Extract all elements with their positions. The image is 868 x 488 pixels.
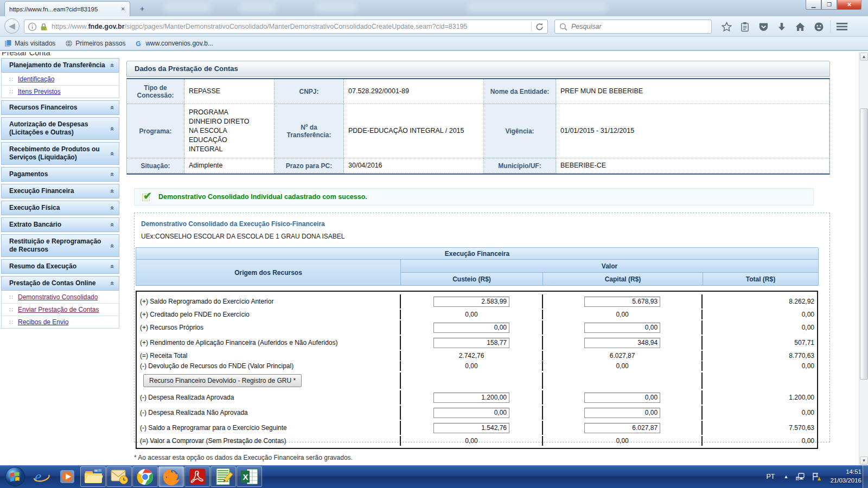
chrome-icon[interactable] bbox=[132, 466, 158, 487]
start-orb-icon[interactable] bbox=[2, 466, 28, 487]
custeio-input[interactable] bbox=[433, 408, 509, 418]
sidebar-link[interactable]: Identificação bbox=[18, 75, 54, 83]
custeio-input[interactable] bbox=[433, 423, 509, 433]
firefox-icon[interactable] bbox=[158, 466, 184, 487]
info-icon[interactable] bbox=[28, 22, 37, 31]
custeio-cell: 0,00 bbox=[400, 361, 542, 371]
toolbar-icons bbox=[717, 18, 851, 35]
sidebar-item[interactable]: ∷Itens Previstos bbox=[2, 86, 119, 98]
pocket-icon[interactable] bbox=[754, 19, 773, 34]
language-indicator[interactable]: PT bbox=[767, 473, 775, 480]
tab-close-icon[interactable]: ✕ bbox=[121, 6, 125, 12]
reload-icon[interactable] bbox=[535, 22, 544, 31]
sidebar-section-header[interactable]: Autorização de Despesas (Licitações e Ou… bbox=[1, 117, 119, 140]
gru-register-button[interactable]: Recurso Financeiro Devolvido - Registro … bbox=[143, 374, 302, 387]
capital-input[interactable] bbox=[584, 323, 660, 333]
notes-icon[interactable] bbox=[210, 466, 236, 487]
sidebar-section: Autorização de Despesas (Licitações e Ou… bbox=[1, 117, 119, 140]
bookmark-label: Mais visitados bbox=[15, 40, 55, 47]
media-player-icon[interactable] bbox=[54, 466, 80, 487]
capital-input[interactable] bbox=[584, 423, 660, 433]
restore-button[interactable]: ❐ bbox=[821, 0, 837, 10]
excel-icon[interactable]: X bbox=[237, 466, 262, 487]
sidebar-link[interactable]: Demonstrativo Consolidado bbox=[18, 293, 98, 301]
info-label: Vigência: bbox=[484, 104, 556, 158]
sidebar-section-header[interactable]: Execução Financeira« bbox=[1, 184, 119, 198]
star-icon[interactable] bbox=[717, 19, 736, 34]
custeio-input[interactable] bbox=[433, 338, 509, 348]
demonstrativo-title: Demonstrativo Consolidado da Execução Fí… bbox=[141, 220, 829, 228]
outlook-icon[interactable] bbox=[106, 466, 132, 487]
internet-explorer-icon[interactable]: e bbox=[28, 466, 54, 487]
tray-clock[interactable]: 14:51 21/03/2016 bbox=[830, 468, 861, 485]
sidebar-section-label: Prestação de Contas Online bbox=[9, 279, 95, 287]
download-icon[interactable] bbox=[773, 19, 791, 34]
action-center-flag-icon[interactable]: ! bbox=[812, 472, 821, 481]
sidebar-section-header[interactable]: Extrato Bancário« bbox=[1, 217, 119, 232]
sidebar-section-header[interactable]: Resumo da Execução« bbox=[1, 259, 119, 274]
sidebar-section-header[interactable]: Recursos Financeiros« bbox=[1, 100, 119, 115]
sidebar-section-label: Recursos Financeiros bbox=[9, 104, 77, 112]
sidebar-link[interactable]: Recibos de Envio bbox=[18, 318, 68, 326]
scroll-down-button[interactable]: ▼ bbox=[860, 457, 868, 465]
sidebar-section-header[interactable]: Restituição e Reprogramação de Recursos« bbox=[1, 234, 119, 257]
bookmark-item[interactable]: Primeiros passos bbox=[65, 40, 125, 47]
page-scrollbar[interactable]: ▲ ▼ bbox=[859, 52, 868, 465]
scroll-up-button[interactable]: ▲ bbox=[860, 53, 868, 61]
custeio-input[interactable] bbox=[433, 297, 509, 307]
total-cell: 0,00 bbox=[701, 361, 817, 371]
search-input[interactable] bbox=[571, 23, 707, 30]
hidden-icons-arrow[interactable]: ▲ bbox=[784, 474, 789, 479]
info-value-text: 07.528.292/0001-89 bbox=[348, 87, 409, 96]
sidebar-section-header[interactable]: Pagamentos« bbox=[1, 167, 119, 182]
success-message: ✔ Demonstrativo Consolidado Individual c… bbox=[134, 188, 814, 206]
sidebar-section-header[interactable]: Prestação de Contas Online« bbox=[1, 276, 119, 291]
search-box[interactable] bbox=[554, 20, 712, 34]
browser-tab[interactable]: https://www.fn...eam?cid=83195 ✕ bbox=[4, 1, 130, 16]
lock-warning-icon[interactable] bbox=[39, 22, 48, 31]
sidebar-section-header[interactable]: Execução Física« bbox=[1, 201, 119, 215]
capital-input[interactable] bbox=[584, 393, 660, 403]
minimize-button[interactable]: ▁ bbox=[806, 0, 821, 10]
scrollbar-thumb[interactable] bbox=[860, 108, 868, 380]
acrobat-icon[interactable] bbox=[184, 466, 210, 487]
custeio-input[interactable] bbox=[433, 323, 509, 333]
sidebar-item[interactable]: ∷Identificação bbox=[2, 73, 119, 86]
sidebar-link[interactable]: Itens Previstos bbox=[18, 88, 61, 95]
bookmark-item[interactable]: Mais visitados bbox=[4, 40, 55, 47]
total-cell: 1.200,00 bbox=[701, 390, 817, 404]
total-value: 8.262,92 bbox=[789, 298, 814, 305]
bookmark-item[interactable]: Gwww.convenios.gov.b... bbox=[135, 40, 213, 47]
sidebar-section-header[interactable]: Recebimento de Produtos ou Serviços (Liq… bbox=[1, 142, 119, 165]
home-icon[interactable] bbox=[791, 19, 809, 34]
header-valor: Valor bbox=[401, 260, 819, 273]
sidebar-section: Execução Financeira« bbox=[1, 184, 119, 198]
clipboard-icon[interactable] bbox=[736, 19, 754, 34]
show-desktop-button[interactable] bbox=[863, 465, 868, 488]
custeio-cell bbox=[400, 406, 542, 420]
new-tab-button[interactable]: + bbox=[135, 4, 150, 14]
windows-explorer-icon[interactable] bbox=[80, 466, 106, 487]
sidebar-link[interactable]: Enviar Prestação de Contas bbox=[18, 306, 99, 313]
menu-icon[interactable] bbox=[833, 19, 851, 34]
sidebar-item[interactable]: ∷Enviar Prestação de Contas bbox=[2, 304, 119, 316]
globe-icon bbox=[65, 40, 73, 47]
capital-input[interactable] bbox=[584, 408, 660, 418]
custeio-input[interactable] bbox=[433, 393, 509, 403]
close-button[interactable]: ✕ bbox=[837, 0, 861, 10]
total-cell: 8.770,63 bbox=[701, 351, 817, 361]
url-bar[interactable]: https://www.fnde.gov.br/sigpc/pages/Mant… bbox=[24, 20, 548, 34]
network-icon[interactable] bbox=[796, 473, 805, 481]
sidebar-section-header[interactable]: Planejamento de Transferência« bbox=[1, 58, 119, 73]
info-value: 01/01/2015 - 31/12/2015 bbox=[556, 104, 829, 158]
custeio-value: 2.742,76 bbox=[459, 352, 484, 359]
smiley-icon[interactable] bbox=[809, 19, 828, 34]
back-button[interactable]: ◀ bbox=[4, 18, 20, 34]
sidebar-item[interactable]: ∷Recibos de Envio bbox=[2, 316, 119, 328]
capital-input[interactable] bbox=[584, 338, 660, 348]
row-label: (+) Rendimento de Aplicação Financeira (… bbox=[137, 336, 400, 350]
capital-input[interactable] bbox=[584, 297, 660, 307]
sidebar-item[interactable]: ∷Demonstrativo Consolidado bbox=[2, 291, 119, 304]
sidebar-section-label: Recebimento de Produtos ou Serviços (Liq… bbox=[9, 145, 108, 162]
info-value: 30/04/2016 bbox=[344, 158, 484, 174]
